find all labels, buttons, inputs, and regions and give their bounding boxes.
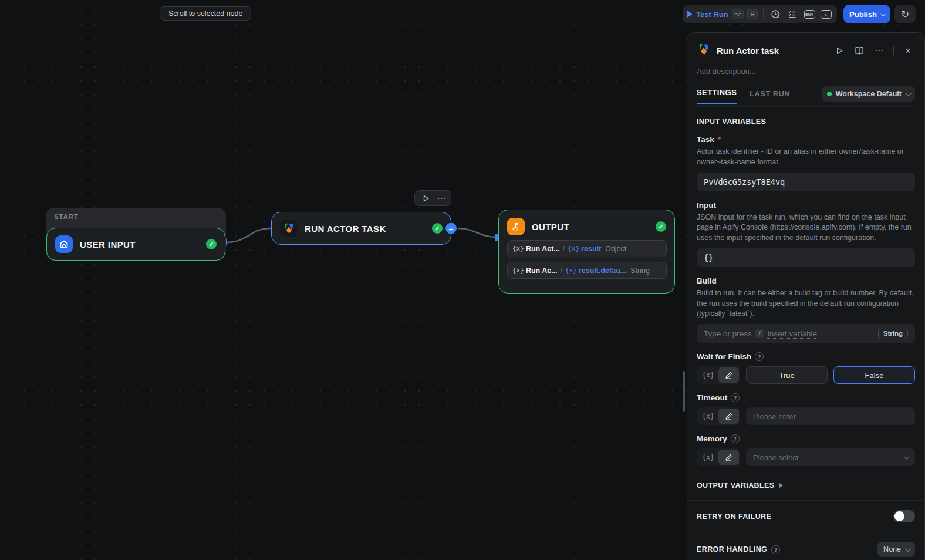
variable-path: result (581, 245, 601, 253)
required-mark: * (718, 135, 721, 144)
scroll-to-node-tooltip: Scroll to selected node (160, 6, 251, 21)
panel-more-icon[interactable] (872, 43, 886, 58)
error-handling-select[interactable]: None (877, 542, 915, 557)
retry-heading: RETRY ON FAILURE (697, 512, 771, 521)
panel-title: Run Actor task (717, 46, 826, 56)
flag-icon (507, 218, 525, 235)
task-description: Actor task identifier - ID or an alias i… (697, 147, 915, 168)
close-icon[interactable] (901, 43, 915, 58)
run-node-icon[interactable] (420, 192, 433, 205)
home-icon (55, 235, 73, 253)
env-toolbar-group: ENV x (798, 5, 837, 23)
insert-variable-link[interactable]: insert variable (768, 329, 817, 338)
tab-settings[interactable]: SETTINGS (697, 88, 737, 104)
node-output[interactable]: OUTPUT {x}Run Act... / {x}result Object … (498, 210, 675, 294)
variable-type: String (630, 266, 650, 275)
build-label: Build (697, 276, 717, 285)
error-handling-heading: ERROR HANDLING (697, 545, 767, 554)
toolbar-divider (763, 9, 764, 19)
help-icon[interactable] (755, 352, 764, 361)
tab-last-run[interactable]: LAST RUN (750, 89, 790, 104)
variable-mode-button[interactable]: {x} (698, 367, 718, 383)
run-node-icon[interactable] (832, 43, 846, 58)
run-history-icon[interactable] (769, 8, 782, 21)
input-variables-heading: INPUT VARIABLES (697, 117, 915, 126)
chevron-down-icon (904, 454, 910, 460)
panel-resize-handle[interactable] (683, 371, 685, 412)
chevron-down-icon (905, 546, 911, 552)
node-more-icon[interactable] (437, 193, 446, 204)
type-badge: String (878, 329, 908, 338)
checklist-icon[interactable] (785, 8, 798, 21)
section-divider (697, 532, 915, 532)
value-mode-toggle: {x} (697, 448, 740, 466)
section-divider (687, 500, 924, 501)
output-variable-row[interactable]: {x}Run Act... / {x}result Object (507, 240, 667, 257)
apify-icon (697, 42, 711, 59)
node-user-input[interactable]: USER INPUT (46, 228, 225, 261)
output-variable-row[interactable]: {x}Run Ac... / {x}result.defau... String (507, 262, 667, 279)
memory-select[interactable]: Please select (746, 448, 915, 466)
add-next-node-button[interactable] (444, 222, 458, 235)
slash-key-icon: / (755, 329, 764, 338)
env-variables-icon[interactable]: ENV (803, 8, 816, 21)
edit-mode-button[interactable] (718, 367, 739, 383)
retry-toggle[interactable] (893, 510, 915, 522)
workspace-status-dot (827, 92, 832, 96)
variable-mode-button[interactable]: {x} (698, 450, 718, 465)
input-label: Input (697, 201, 716, 210)
node-title: RUN ACTOR TASK (305, 224, 425, 234)
help-icon[interactable] (731, 434, 740, 443)
help-icon[interactable] (771, 545, 780, 554)
edit-mode-button[interactable] (718, 450, 739, 465)
chevron-down-icon (880, 11, 886, 16)
variable-icon: {x} (565, 266, 577, 274)
variable-icon: {x} (568, 245, 579, 252)
node-config-panel: Run Actor task Add description... SETTIN… (687, 32, 925, 560)
node-title: USER INPUT (80, 239, 199, 249)
value-mode-toggle: {x} (697, 407, 740, 425)
input-json-input[interactable]: {} (697, 248, 915, 267)
docs-icon[interactable] (852, 43, 866, 58)
variable-icon: {x} (512, 245, 524, 252)
variable-source: Run Act... (526, 245, 560, 253)
variable-type: Object (605, 245, 626, 253)
description-input[interactable]: Add description... (697, 67, 915, 76)
wait-for-finish-label: Wait for Finish (697, 352, 751, 361)
success-check-icon (656, 221, 666, 232)
help-icon[interactable] (731, 393, 740, 402)
shortcut-letter-key: R (747, 9, 758, 19)
variable-mode-button[interactable]: {x} (698, 409, 718, 424)
shortcut-modifier-key: ⌥ (732, 9, 744, 19)
variable-path: result.defau... (579, 266, 626, 275)
task-input[interactable]: PvVdGcG5zsyT8E4vq (697, 173, 915, 191)
placeholder-text: Type or press (704, 329, 752, 338)
build-description: Build to run. It can be either a build t… (697, 288, 915, 319)
expand-triangle-icon (779, 483, 783, 488)
value-mode-toggle: {x} (697, 366, 740, 384)
test-run-button[interactable]: Test Run (696, 10, 728, 19)
edit-mode-button[interactable] (718, 409, 739, 424)
publish-button[interactable]: Publish (843, 5, 890, 23)
play-icon[interactable] (687, 11, 693, 18)
path-separator: / (561, 266, 562, 275)
node-title: OUTPUT (532, 222, 649, 232)
build-input[interactable]: Type or press / insert variable String (697, 324, 915, 343)
version-history-button[interactable]: ↺ (894, 5, 916, 23)
wait-true-button[interactable]: True (746, 366, 828, 384)
placeholder-text: Please select (753, 453, 798, 462)
timeout-label: Timeout (697, 393, 727, 402)
node-run-actor-task[interactable]: RUN ACTOR TASK (271, 212, 451, 245)
header-divider (893, 46, 894, 55)
task-label: Task (697, 135, 714, 144)
timeout-input[interactable]: Please enter (746, 407, 915, 425)
output-variables-section-toggle[interactable]: OUTPUT VARIABLES (697, 481, 915, 490)
variable-source: Run Ac... (526, 266, 558, 275)
wait-false-button[interactable]: False (833, 366, 915, 384)
chevron-down-icon (906, 90, 912, 96)
variables-icon[interactable]: x (819, 8, 832, 21)
variable-icon: {x} (512, 266, 524, 274)
workspace-selector[interactable]: Workspace Default (822, 86, 915, 102)
start-group-label: START (46, 208, 226, 220)
apify-icon (280, 220, 298, 237)
